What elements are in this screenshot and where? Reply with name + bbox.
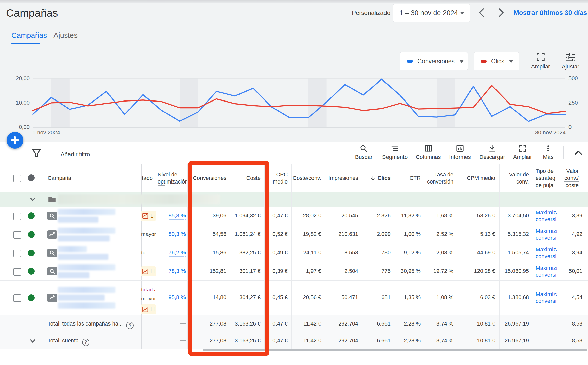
redacted-group-name xyxy=(58,194,220,204)
performance-max-type-icon xyxy=(47,230,57,239)
add-filter-button[interactable]: Añadir filtro xyxy=(61,151,90,158)
collapse-table-button[interactable] xyxy=(572,148,584,158)
chart-adjust-label: Ajustar xyxy=(557,63,584,70)
toolbar-action-label: Descargar xyxy=(477,154,507,160)
toolbar-action-informes[interactable]: Informes xyxy=(445,144,475,160)
cell-tipo-estrategia-puja[interactable]: Maximizaconversi xyxy=(536,209,557,223)
toolbar-action-mas[interactable]: Más xyxy=(533,144,563,160)
folder-icon-wrap xyxy=(48,195,56,204)
tab-settings[interactable]: Ajustes xyxy=(53,31,78,40)
total-row-label: Total: todas las campañas ha...? xyxy=(48,321,134,329)
optimization-score-link[interactable]: 78,3 % xyxy=(169,268,186,275)
redacted-campaign-name xyxy=(58,246,87,252)
search-campaign-icon xyxy=(49,213,56,219)
cell-nivel-optimizacion: 76,2 % xyxy=(152,249,186,256)
chart-adjust-button[interactable]: Ajustar xyxy=(557,53,584,70)
row-checkbox[interactable] xyxy=(13,268,21,276)
redacted-campaign-name xyxy=(58,209,115,215)
toolbar-action-descargar[interactable]: Descargar xyxy=(477,144,507,160)
horizontal-scrollbar[interactable] xyxy=(203,349,587,351)
help-icon[interactable]: ? xyxy=(126,322,134,329)
column-header-valor-conv-coste[interactable]: Valorconv./coste xyxy=(547,168,579,189)
right-axis-tick-500: 500 xyxy=(568,75,578,82)
total-row-label: Total: cuenta? xyxy=(48,338,89,346)
limited-status-text: Li xyxy=(150,306,155,313)
download-icon xyxy=(488,144,496,152)
page-title: Campañas xyxy=(6,7,58,19)
optimization-score-link[interactable]: 85,3 % xyxy=(169,212,186,220)
performance-max-icon xyxy=(49,231,56,238)
redacted-campaign-name xyxy=(58,228,115,234)
performance-max-icon xyxy=(49,294,56,301)
redacted-campaign-name xyxy=(58,217,98,223)
column-header-valor-de-conv[interactable]: Valor deconv. xyxy=(453,171,529,185)
row-separator xyxy=(0,207,588,207)
cell-nivel-optimizacion: 78,3 % xyxy=(152,268,186,274)
redacted-campaign-name xyxy=(58,295,105,301)
next-period-button[interactable] xyxy=(495,7,507,18)
x-axis-end-label: 30 nov 2024 xyxy=(518,129,566,136)
redacted-campaign-name xyxy=(58,235,110,241)
cell-tipo-estrategia-puja[interactable]: Maximizaconversi xyxy=(536,265,557,278)
show-last-30-days-link[interactable]: Mostrar últimos 30 días xyxy=(513,9,587,17)
cell-nivel-empty: — xyxy=(152,320,186,327)
chart-metric-selector-conversions[interactable]: Conversiones xyxy=(400,52,468,70)
status-text-clipped: tidad a xyxy=(141,287,156,293)
row-checkbox[interactable] xyxy=(13,294,21,302)
row-checkbox[interactable] xyxy=(13,250,21,257)
status-column-header-dot xyxy=(28,174,35,181)
window-top-strip xyxy=(0,0,588,3)
toolbar-action-columnas[interactable]: Columnas xyxy=(413,144,444,160)
chart-metric-selector-clicks[interactable]: Clics xyxy=(474,52,519,70)
help-icon[interactable]: ? xyxy=(82,339,89,346)
filter-funnel-icon[interactable] xyxy=(32,149,41,157)
cell-nivel-optimizacion: 95,8 % xyxy=(152,294,186,301)
clicks-selector-label: Clics xyxy=(491,58,504,65)
toolbar-action-label: Informes xyxy=(445,154,475,160)
add-campaign-button[interactable] xyxy=(7,132,23,149)
toolbar-action-label: Buscar xyxy=(348,154,379,160)
google-ads-campaigns-page: Campañas Personalizado 1 – 30 nov de 202… xyxy=(0,0,588,365)
expand-icon xyxy=(536,53,545,61)
chevron-down-icon xyxy=(29,337,37,345)
left-axis-tick-10: 10,00 xyxy=(9,99,30,106)
toolbar-action-segmento[interactable]: Segmento xyxy=(380,144,410,160)
status-dot-enabled xyxy=(28,268,35,275)
cell-tipo-estrategia-puja[interactable]: Maximizaconversi xyxy=(536,246,557,260)
optimization-score-link[interactable]: 76,2 % xyxy=(169,249,186,257)
date-range-selector[interactable]: 1 – 30 nov de 2024 xyxy=(393,4,470,22)
search-campaign-icon xyxy=(49,268,56,275)
optimization-score-link[interactable]: 80,3 % xyxy=(169,231,186,238)
toolbar-action-buscar[interactable]: Buscar xyxy=(348,144,379,160)
tab-campaigns[interactable]: Campañas xyxy=(11,31,47,40)
previous-period-button[interactable] xyxy=(476,7,488,18)
performance-line-chart[interactable] xyxy=(0,71,588,137)
chevron-down-icon xyxy=(29,195,37,203)
right-axis-tick-250: 250 xyxy=(568,99,578,106)
toolbar-action-label: Columnas xyxy=(413,154,444,160)
total-expand-chevron[interactable] xyxy=(29,337,37,345)
cell-tipo-estrategia-puja[interactable]: Maximizaconversi xyxy=(536,291,557,305)
left-axis-tick-20: 20,00 xyxy=(9,75,30,82)
select-all-checkbox[interactable] xyxy=(13,175,21,182)
row-separator xyxy=(0,244,588,244)
row-separator xyxy=(0,225,588,225)
optimization-score-link[interactable]: 95,8 % xyxy=(169,294,186,301)
row-separator xyxy=(0,192,588,192)
chevron-up-icon xyxy=(575,151,581,154)
cell-nivel-empty: — xyxy=(152,337,186,344)
redacted-campaign-name xyxy=(58,302,115,309)
cell-tipo-estrategia-puja[interactable]: Maximizaconversi xyxy=(536,228,557,241)
row-separator xyxy=(0,333,588,333)
row-checkbox[interactable] xyxy=(13,213,21,220)
more-vertical-icon xyxy=(544,144,552,152)
row-checkbox[interactable] xyxy=(13,231,21,239)
group-expand-chevron[interactable] xyxy=(29,195,37,203)
chart-expand-button[interactable]: Ampliar xyxy=(527,53,555,70)
status-dot-enabled xyxy=(28,294,35,301)
redacted-campaign-name xyxy=(58,254,108,260)
clicks-series-chip xyxy=(481,60,487,63)
status-dot-enabled xyxy=(28,250,35,256)
right-axis-tick-0: 0 xyxy=(568,124,572,130)
columns-icon xyxy=(424,144,432,152)
